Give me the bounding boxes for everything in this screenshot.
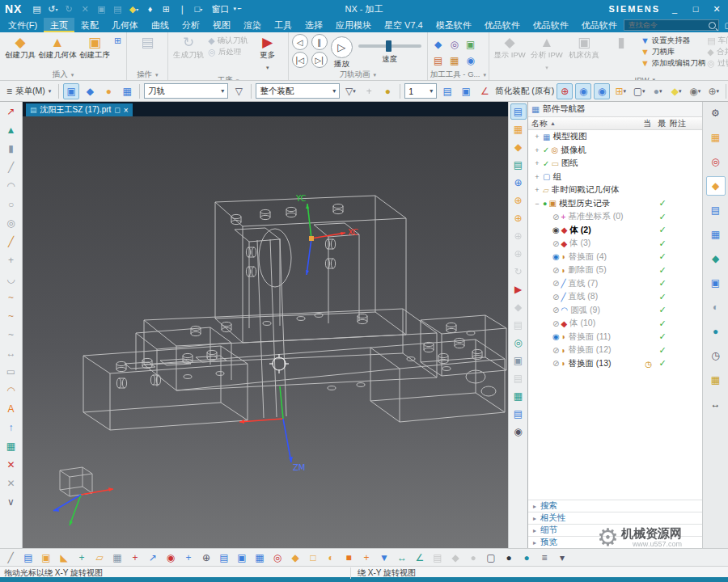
search-input[interactable]	[627, 20, 709, 30]
file-tab[interactable]: ▤ 沈阳王工SZ (17).prt ◻ ×	[26, 103, 133, 116]
machining-tools-dialog-launcher[interactable]: ▾	[483, 72, 486, 78]
close-button[interactable]: ✕	[710, 4, 723, 15]
navigator-column-header[interactable]: 名称 ▲ 当 最 附注	[528, 117, 702, 130]
tool-display-icon[interactable]: ◆	[430, 36, 447, 53]
output-icon[interactable]: ▤	[510, 406, 527, 422]
tree-row[interactable]: −●▣模型历史记录✓	[528, 197, 702, 211]
tool-edit-icon[interactable]: ▤	[430, 53, 447, 69]
layer-copy-icon[interactable]: ▣	[234, 550, 250, 566]
arc2-icon[interactable]: ◡	[3, 271, 19, 287]
expand-toggle[interactable]: +	[533, 159, 541, 167]
tree-row[interactable]: ◉◗替换面 (4)✓	[528, 251, 702, 264]
tab-渲染[interactable]: 渲染	[237, 18, 268, 32]
pause-button[interactable]: ∥	[311, 34, 328, 50]
anchor-icon[interactable]: ▼	[376, 550, 392, 566]
model-canvas[interactable]: XC YC ZM	[23, 116, 508, 548]
hd3d-tools-icon[interactable]: ▣	[706, 273, 726, 293]
operation-dialog-launcher[interactable]: ▾	[155, 72, 159, 78]
tree-row[interactable]: ⊘◆体 (10)✓	[528, 317, 702, 331]
cylinder-icon[interactable]: ▮	[3, 141, 19, 157]
tree-row[interactable]: +✓▭图纸	[528, 157, 702, 171]
tab-文件(F)[interactable]: 文件(F)	[2, 18, 44, 32]
tree-row[interactable]: ⊘◠圆弧 (9)✓	[528, 304, 702, 318]
column-note[interactable]: 附注	[670, 118, 702, 129]
layer-settings-icon[interactable]: ▤	[439, 83, 455, 99]
immediate-hide-icon[interactable]: ◉	[594, 83, 610, 99]
tab-装配[interactable]: 装配	[74, 18, 105, 32]
tab-主页[interactable]: 主页	[44, 18, 74, 32]
play-button[interactable]: ▷	[331, 36, 353, 58]
layer-settings2-icon[interactable]: ▤	[216, 550, 232, 566]
wireframe-view-icon[interactable]: □	[305, 550, 321, 566]
section-预览[interactable]: ▸预览	[528, 536, 702, 548]
scope-select[interactable]: 整个装配▾	[256, 83, 340, 99]
toolpath-animation-dialog-launcher[interactable]: ▾	[373, 72, 376, 78]
expand-toggle[interactable]: +	[533, 186, 541, 194]
tool-library-icon[interactable]: ▦	[447, 53, 463, 69]
spline3-icon[interactable]: ~	[3, 327, 19, 343]
expand-toggle[interactable]: +	[533, 133, 541, 141]
graphics-window[interactable]: ▤ 沈阳王工SZ (17).prt ◻ ×	[23, 102, 508, 548]
save-icon[interactable]: ▤	[29, 2, 44, 15]
program-order-view-icon[interactable]: ▤	[510, 103, 527, 120]
expand-toggle[interactable]: +	[533, 173, 541, 181]
create-tool-icon[interactable]: ⊕	[510, 192, 527, 209]
filter-reset-icon[interactable]: ▽	[231, 83, 247, 99]
measure-icon[interactable]: ↔	[706, 394, 726, 414]
color-tag-icon[interactable]: ◆▾	[126, 2, 141, 15]
eye-box-icon[interactable]: ◉	[510, 424, 527, 440]
sketch-icon[interactable]: ▣	[38, 550, 54, 566]
machining-method-view-icon[interactable]: ▤	[510, 157, 527, 173]
select-solids-icon[interactable]: ●	[100, 83, 116, 99]
tool-sync-icon[interactable]: ◉	[463, 53, 479, 69]
add-edit-shank-button[interactable]: ▼添加或编辑刀柄	[641, 57, 705, 69]
tree-row[interactable]: ⊘╱直线 (7)✓	[528, 277, 702, 291]
tree-row[interactable]: ⊘◗替换面 (13)◷✓	[528, 357, 702, 371]
select-priority-icon[interactable]: ◆	[82, 83, 98, 99]
tab-工具[interactable]: 工具	[268, 18, 298, 32]
layer-category-icon[interactable]: ▦	[252, 550, 268, 566]
operation-navigator-icon[interactable]: ▤	[706, 200, 726, 220]
hidden-eye-icon[interactable]: ⊘	[552, 319, 559, 328]
more-bottom-chevron-icon[interactable]: ▾	[554, 550, 570, 566]
datum-icon[interactable]: ◣	[56, 550, 72, 566]
more-tools-chevron-icon[interactable]: ∨	[3, 494, 19, 510]
annotation-icon[interactable]: ▤	[20, 550, 36, 566]
history-icon[interactable]: ◷	[706, 346, 726, 365]
fullscreen-icon[interactable]: ▢	[722, 21, 728, 30]
line-icon[interactable]: ╱	[3, 159, 19, 175]
work-layer-combo[interactable]: 1▾	[404, 83, 437, 99]
spline1-icon[interactable]: ~	[3, 289, 19, 306]
vector-icon[interactable]: ↗	[145, 550, 161, 566]
go-end-button[interactable]: ▷|	[311, 52, 328, 68]
tab-close-icon[interactable]: ×	[124, 106, 129, 115]
expand-toggle[interactable]: +	[533, 146, 541, 154]
select-rect-icon[interactable]: ▣	[63, 83, 79, 99]
text-icon[interactable]: A	[3, 401, 19, 417]
section-相关性[interactable]: ▸相关性	[528, 512, 702, 524]
create-geometry-button[interactable]: ▲创建几何体	[40, 33, 75, 59]
expand-toggle[interactable]: −	[533, 200, 541, 208]
visual-reports-icon[interactable]: ◐	[706, 297, 726, 317]
bridge-curve-icon[interactable]: ◠	[3, 382, 19, 399]
speed-slider-thumb[interactable]	[386, 40, 392, 52]
command-search[interactable]	[624, 19, 719, 31]
assembly-navigator-icon[interactable]: ▦	[706, 128, 726, 147]
curve-group-icon[interactable]: ▦	[3, 438, 19, 454]
menu-button[interactable]: ≡菜单(M)▾	[3, 83, 54, 99]
window-menu-button[interactable]: 窗口 ▾ ╾	[211, 2, 245, 15]
section-搜索[interactable]: ▸搜索	[528, 500, 702, 512]
create-operation-button[interactable]: ▣创建工序	[77, 33, 112, 59]
scope-filter-icon[interactable]: ▽▾	[342, 83, 358, 99]
show-hide-icon[interactable]: ◉	[575, 83, 591, 99]
go-start-button[interactable]: |◁	[292, 52, 308, 68]
tab-优品软件[interactable]: 优品软件	[478, 18, 527, 32]
orange-block-icon[interactable]: ■	[341, 550, 357, 566]
hidden-eye-icon[interactable]: ⊘	[552, 346, 559, 355]
simplify-angle-icon[interactable]: ∠	[476, 83, 493, 99]
type-filter-select[interactable]: 刀轨▾	[144, 83, 228, 99]
more-button[interactable]: ▶更多▾	[250, 33, 286, 75]
fit-window-icon[interactable]: ▢▾	[631, 83, 647, 99]
measure-angle-icon[interactable]: ∠	[412, 550, 428, 566]
tree-row[interactable]: ⊘╱直线 (8)✓	[528, 290, 702, 304]
